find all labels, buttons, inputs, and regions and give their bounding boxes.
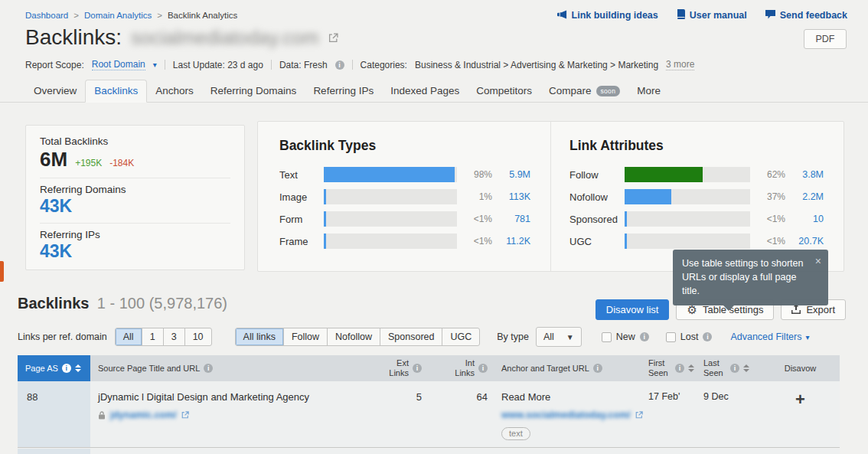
tab-compare[interactable]: Comparesoon (540, 80, 628, 102)
column-first-seen[interactable]: First Seen i (642, 355, 703, 381)
column-int-links: Int Links i (422, 355, 491, 381)
links-per-domain-segmented: All 1 3 10 (115, 328, 212, 346)
sort-icon[interactable] (743, 364, 749, 372)
categories-label: Categories: (361, 60, 407, 70)
advanced-filters-link[interactable]: Advanced Filters ▾ (730, 332, 809, 342)
disavow-list-button[interactable]: Disavow list (596, 299, 670, 320)
new-checkbox[interactable] (602, 332, 612, 342)
bar-row-sponsored: Sponsored <1% 10 (569, 211, 824, 227)
info-icon[interactable]: i (335, 60, 344, 70)
bar-value-link[interactable]: 2.2M (785, 191, 824, 202)
referring-domains-value[interactable]: 43K (40, 196, 230, 217)
bar-label: Nofollow (569, 191, 625, 203)
total-backlinks-loss: -184K (109, 158, 134, 168)
column-first-seen-label: First Seen (648, 358, 671, 377)
filter-all-links[interactable]: All links (236, 328, 283, 345)
send-feedback-link[interactable]: Send feedback (765, 10, 847, 21)
gear-icon: ⚙ (687, 304, 697, 315)
breadcrumb-dashboard[interactable]: Dashboard (25, 11, 68, 20)
links-per-domain-10[interactable]: 10 (184, 328, 211, 345)
send-feedback-label: Send feedback (780, 10, 847, 21)
megaphone-icon (557, 10, 567, 21)
bar-value-link[interactable]: 3.8M (785, 169, 824, 180)
edge-feedback-tab[interactable] (0, 261, 4, 282)
filter-ugc[interactable]: UGC (442, 328, 479, 345)
add-to-disavow-button[interactable]: + (795, 390, 805, 409)
links-per-domain-all[interactable]: All (116, 328, 142, 345)
info-icon[interactable]: i (413, 364, 422, 373)
sort-icon[interactable] (75, 364, 81, 372)
chevron-down-icon: ▾ (153, 60, 157, 69)
sort-icon[interactable] (688, 364, 694, 372)
info-icon[interactable]: i (730, 364, 739, 373)
categories-path: Business & Industrial > Advertising & Ma… (415, 60, 658, 70)
chevron-down-icon: ▾ (806, 333, 810, 341)
info-icon[interactable]: i (204, 364, 213, 373)
bar-value-link[interactable]: 11.2K (492, 236, 530, 247)
column-page-as[interactable]: Page AS i (18, 355, 90, 381)
report-scope-select[interactable]: Root Domain (92, 59, 145, 70)
info-icon[interactable]: i (593, 364, 602, 373)
info-icon[interactable]: i (703, 332, 712, 341)
tab-backlinks[interactable]: Backlinks (85, 80, 147, 103)
divider (352, 60, 353, 70)
by-type-select[interactable]: All ▼ (536, 327, 582, 347)
source-url-blurred[interactable]: jdynamic.com/ (110, 410, 177, 420)
filter-nofollow[interactable]: Nofollow (327, 328, 380, 345)
filter-follow[interactable]: Follow (283, 328, 327, 345)
pdf-export-button[interactable]: PDF (804, 29, 847, 49)
external-link-icon[interactable] (181, 411, 189, 419)
referring-ips-value[interactable]: 43K (40, 241, 230, 262)
data-freshness-label: Data: Fresh (279, 60, 328, 70)
info-icon[interactable]: i (675, 364, 684, 373)
tab-referring-domains[interactable]: Referring Domains (202, 80, 305, 102)
target-url-blurred[interactable]: www.socialmediatoday.com/ (501, 410, 631, 420)
column-source: Source Page Title and URL i (90, 355, 390, 381)
column-last-seen[interactable]: Last Seen i (703, 355, 761, 381)
backlink-types-chart: Backlink Types Text 98% 5.9M Image 1% 11… (258, 122, 550, 271)
info-icon[interactable]: i (62, 364, 71, 373)
bar-value-link[interactable]: 113K (492, 191, 530, 202)
bar-fill (625, 211, 627, 227)
tab-referring-ips[interactable]: Referring IPs (305, 80, 382, 102)
bar-value-link[interactable]: 20.7K (785, 236, 824, 247)
link-type-badge: text (501, 427, 530, 440)
table-row-partial (18, 449, 840, 454)
user-manual-link[interactable]: User manual (677, 9, 747, 21)
breadcrumb-domain-analytics[interactable]: Domain Analytics (84, 11, 152, 20)
book-icon (677, 9, 685, 21)
lost-checkbox[interactable] (666, 332, 676, 342)
bar-row-follow: Follow 62% 3.8M (569, 167, 824, 182)
info-icon[interactable]: i (478, 364, 488, 373)
new-label: New (616, 332, 635, 342)
bar-row-nofollow: Nofollow 37% 2.2M (569, 189, 824, 204)
bar-value-link[interactable]: 10 (785, 214, 824, 224)
referring-ips-stat: Referring IPs 43K (40, 229, 230, 262)
top-bar: Dashboard > Domain Analytics > Backlink … (25, 9, 847, 21)
link-building-ideas-link[interactable]: Link building ideas (557, 10, 658, 21)
links-per-domain-1[interactable]: 1 (142, 328, 163, 345)
external-link-icon[interactable] (328, 33, 338, 43)
tab-competitors[interactable]: Competitors (468, 80, 540, 102)
filter-sponsored[interactable]: Sponsored (380, 328, 442, 345)
tab-indexed-pages[interactable]: Indexed Pages (382, 80, 468, 102)
categories-more-link[interactable]: 3 more (666, 59, 694, 70)
column-source-label: Source Page Title and URL (98, 364, 200, 373)
bar-track (324, 167, 457, 182)
cell-anchor: Read More www.socialmediatoday.com/ text (491, 381, 642, 447)
links-per-domain-3[interactable]: 3 (163, 328, 184, 345)
column-last-seen-label: Last Seen (703, 358, 726, 377)
tab-overview[interactable]: Overview (25, 80, 85, 102)
bar-track (324, 189, 457, 204)
lost-filter: Lost i (666, 332, 713, 342)
column-anchor-label: Anchor and Target URL (501, 364, 589, 373)
last-update-label: Last Update: 23 d ago (173, 60, 263, 70)
table-filters: Links per ref. domain All 1 3 10 All lin… (18, 327, 810, 347)
info-icon[interactable]: i (640, 332, 649, 341)
close-icon[interactable]: × (815, 253, 821, 269)
tab-more[interactable]: More (628, 80, 669, 102)
bar-value-link[interactable]: 781 (492, 214, 530, 224)
bar-value-link[interactable]: 5.9M (492, 169, 530, 180)
column-int-links-label: Int Links (452, 358, 475, 377)
tab-anchors[interactable]: Anchors (147, 80, 202, 102)
